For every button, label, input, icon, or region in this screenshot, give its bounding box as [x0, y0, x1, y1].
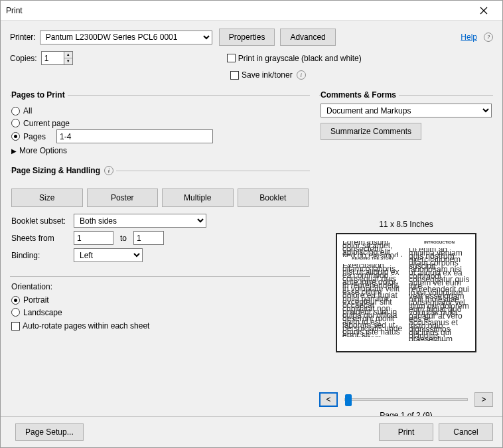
preview-dimensions: 11 x 8.5 Inches — [319, 220, 493, 229]
radio-landscape[interactable]: Landscape — [11, 308, 62, 317]
help-link[interactable]: Help — [461, 33, 477, 42]
page-setup-button[interactable]: Page Setup... — [15, 423, 84, 441]
orientation-group: Orientation: Portrait Landscape Auto-rot… — [10, 276, 310, 339]
radio-portrait[interactable]: Portrait — [11, 295, 49, 305]
sheets-from-label: Sheets from — [11, 234, 74, 243]
slider-thumb[interactable] — [345, 394, 352, 406]
checkbox-icon — [11, 322, 20, 331]
dialog-footer: Page Setup... Print Cancel — [1, 416, 502, 447]
copies-label: Copies: — [10, 54, 37, 63]
dialog-title: Print — [6, 6, 470, 15]
tab-size[interactable]: Size — [11, 188, 83, 207]
info-icon[interactable]: i — [297, 70, 306, 80]
tab-poster[interactable]: Poster — [87, 188, 159, 207]
comments-heading: Comments & Forms — [321, 90, 399, 100]
printer-select[interactable]: Pantum L2300DW Series PCL6 0001 — [40, 31, 212, 44]
sheets-to-input[interactable] — [133, 231, 164, 245]
properties-button[interactable]: Properties — [219, 29, 275, 46]
preview-next-button[interactable]: > — [474, 392, 493, 407]
preview-area: 11 x 8.5 Inches Lorem ipsum dolor sit am… — [319, 220, 493, 420]
print-dialog: Print Printer: Pantum L2300DW Series PCL… — [0, 0, 503, 448]
tab-booklet[interactable]: Booklet — [238, 188, 309, 207]
preview-prev-button[interactable]: < — [319, 392, 338, 407]
titlebar: Print — [1, 1, 502, 21]
comments-select[interactable]: Document and Markups — [321, 104, 492, 117]
advanced-button[interactable]: Advanced — [280, 29, 335, 46]
radio-pages[interactable]: Pages — [11, 132, 46, 141]
checkbox-icon — [230, 71, 239, 80]
cancel-button[interactable]: Cancel — [439, 423, 493, 441]
saveink-label: Save ink/toner — [242, 70, 293, 80]
checkbox-icon — [227, 54, 236, 62]
close-button[interactable] — [470, 1, 497, 20]
copies-down[interactable]: ▼ — [64, 58, 72, 64]
saveink-checkbox[interactable]: Save ink/toner — [230, 70, 293, 80]
triangle-right-icon: ▶ — [11, 147, 17, 155]
booklet-subset-select[interactable]: Both sides — [74, 214, 206, 228]
copies-up[interactable]: ▲ — [64, 52, 72, 58]
tab-multiple[interactable]: Multiple — [162, 188, 234, 207]
summarize-comments-button[interactable]: Summarize Comments — [321, 123, 421, 140]
binding-select[interactable]: Left — [74, 248, 143, 262]
pages-range-input[interactable] — [56, 129, 213, 143]
preview-right-heading: INTRODUCTION — [409, 241, 470, 244]
copies-spinner[interactable]: ▲▼ — [41, 51, 73, 65]
radio-all[interactable]: All — [11, 106, 32, 115]
help-icon[interactable]: ? — [484, 33, 493, 42]
copies-input[interactable] — [41, 51, 64, 65]
preview-left-heading: READING THE STORY — [342, 257, 403, 260]
more-options-toggle[interactable]: ▶ More Options — [11, 146, 67, 155]
comments-group: Comments & Forms Document and Markups Su… — [319, 90, 493, 147]
preview-slider[interactable] — [344, 398, 468, 401]
radio-current[interactable]: Current page — [11, 119, 70, 128]
info-icon[interactable]: i — [104, 166, 113, 175]
close-icon — [480, 7, 488, 15]
sizing-heading: Page Sizing & Handling i — [11, 166, 116, 175]
grayscale-label: Print in grayscale (black and white) — [238, 54, 362, 63]
printer-label: Printer: — [10, 33, 36, 42]
sizing-group: Page Sizing & Handling i Size Poster Mul… — [10, 166, 310, 272]
grayscale-checkbox[interactable]: Print in grayscale (black and white) — [227, 54, 362, 63]
to-label: to — [120, 234, 127, 243]
autorotate-checkbox[interactable]: Auto-rotate pages within each sheet — [11, 321, 149, 331]
orientation-heading: Orientation: — [11, 282, 309, 291]
sheets-from-input[interactable] — [74, 231, 113, 245]
subset-label: Booklet subset: — [11, 216, 74, 226]
preview-frame: Lorem ipsum dolor sit amet, consectetur … — [336, 233, 476, 352]
pages-heading: Pages to Print — [11, 90, 68, 100]
print-button[interactable]: Print — [379, 423, 433, 441]
binding-label: Binding: — [11, 251, 74, 260]
pages-to-print-group: Pages to Print All Current page Pages ▶ … — [10, 90, 310, 162]
